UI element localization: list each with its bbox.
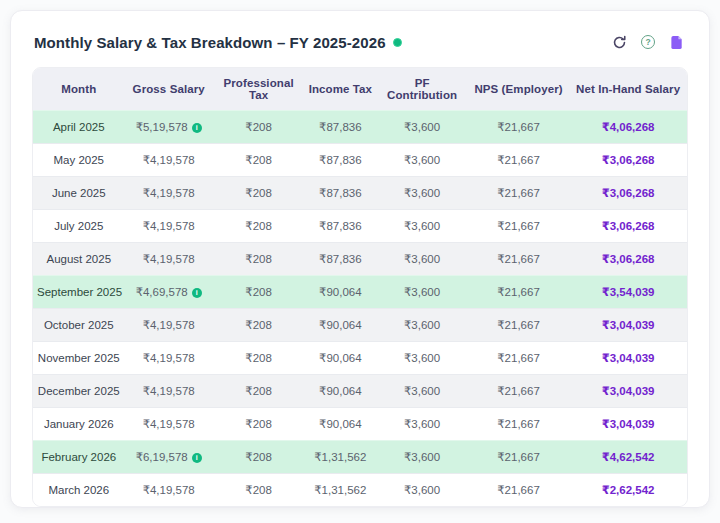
table-row: August 2025 ₹4,19,578i ₹208 ₹87,836 ₹3,6…	[33, 243, 687, 276]
month-cell: July 2025	[33, 210, 125, 243]
nps-employer-cell: ₹21,667	[468, 474, 569, 507]
gross-salary-cell: ₹4,19,578i	[125, 309, 213, 342]
gross-salary-cell: ₹4,69,578i	[125, 276, 213, 309]
gross-salary-value: ₹4,19,578	[143, 352, 195, 364]
nps-employer-cell: ₹21,667	[468, 309, 569, 342]
month-cell: September 2025	[33, 276, 125, 309]
card-header: Monthly Salary & Tax Breakdown – FY 2025…	[32, 31, 688, 51]
month-cell: November 2025	[33, 342, 125, 375]
income-tax-cell: ₹87,836	[304, 243, 376, 276]
salary-change-info-icon[interactable]: i	[192, 453, 202, 463]
income-tax-cell: ₹90,064	[304, 342, 376, 375]
gross-salary-value: ₹6,19,578	[136, 451, 188, 463]
column-header-net-in-hand: Net In-Hand Salary	[569, 68, 687, 111]
net-in-hand-cell: ₹2,62,542	[569, 474, 687, 507]
income-tax-cell: ₹90,064	[304, 276, 376, 309]
gross-salary-cell: ₹4,19,578i	[125, 177, 213, 210]
pf-contribution-cell: ₹3,600	[376, 243, 468, 276]
professional-tax-cell: ₹208	[213, 276, 305, 309]
title-group: Monthly Salary & Tax Breakdown – FY 2025…	[34, 34, 402, 51]
table-header-row: Month Gross Salary Professional Tax Inco…	[33, 68, 687, 111]
net-in-hand-cell: ₹3,04,039	[569, 375, 687, 408]
table-row: March 2026 ₹4,19,578i ₹208 ₹1,31,562 ₹3,…	[33, 474, 687, 507]
professional-tax-cell: ₹208	[213, 309, 305, 342]
net-in-hand-cell: ₹3,04,039	[569, 408, 687, 441]
export-document-button[interactable]	[668, 33, 686, 51]
column-header-professional-tax: Professional Tax	[213, 68, 305, 111]
salary-breakdown-card: Monthly Salary & Tax Breakdown – FY 2025…	[10, 10, 710, 508]
salary-table: Month Gross Salary Professional Tax Inco…	[33, 68, 687, 506]
income-tax-cell: ₹90,064	[304, 309, 376, 342]
help-icon: ?	[641, 35, 655, 49]
gross-salary-cell: ₹4,19,578i	[125, 243, 213, 276]
pf-contribution-cell: ₹3,600	[376, 309, 468, 342]
gross-salary-cell: ₹4,19,578i	[125, 474, 213, 507]
net-in-hand-cell: ₹3,06,268	[569, 210, 687, 243]
gross-salary-cell: ₹4,19,578i	[125, 408, 213, 441]
net-in-hand-cell: ₹3,06,268	[569, 177, 687, 210]
pf-contribution-cell: ₹3,600	[376, 210, 468, 243]
gross-salary-value: ₹5,19,578	[136, 121, 188, 133]
gross-salary-cell: ₹4,19,578i	[125, 144, 213, 177]
page-title: Monthly Salary & Tax Breakdown – FY 2025…	[34, 34, 386, 51]
table-row: February 2026 ₹6,19,578i ₹208 ₹1,31,562 …	[33, 441, 687, 474]
income-tax-cell: ₹87,836	[304, 177, 376, 210]
table-row: January 2026 ₹4,19,578i ₹208 ₹90,064 ₹3,…	[33, 408, 687, 441]
table-row: December 2025 ₹4,19,578i ₹208 ₹90,064 ₹3…	[33, 375, 687, 408]
professional-tax-cell: ₹208	[213, 441, 305, 474]
gross-salary-value: ₹4,19,578	[143, 154, 195, 166]
professional-tax-cell: ₹208	[213, 210, 305, 243]
refresh-button[interactable]	[610, 33, 628, 51]
income-tax-cell: ₹90,064	[304, 375, 376, 408]
professional-tax-cell: ₹208	[213, 408, 305, 441]
professional-tax-cell: ₹208	[213, 243, 305, 276]
salary-table-container: Month Gross Salary Professional Tax Inco…	[32, 67, 688, 507]
net-in-hand-cell: ₹4,06,268	[569, 111, 687, 144]
income-tax-cell: ₹1,31,562	[304, 441, 376, 474]
gross-salary-cell: ₹4,19,578i	[125, 210, 213, 243]
gross-salary-value: ₹4,19,578	[143, 220, 195, 232]
nps-employer-cell: ₹21,667	[468, 111, 569, 144]
pf-contribution-cell: ₹3,600	[376, 276, 468, 309]
month-cell: June 2025	[33, 177, 125, 210]
pf-contribution-cell: ₹3,600	[376, 144, 468, 177]
table-row: July 2025 ₹4,19,578i ₹208 ₹87,836 ₹3,600…	[33, 210, 687, 243]
professional-tax-cell: ₹208	[213, 375, 305, 408]
pf-contribution-cell: ₹3,600	[376, 441, 468, 474]
nps-employer-cell: ₹21,667	[468, 408, 569, 441]
income-tax-cell: ₹1,31,562	[304, 474, 376, 507]
salary-change-info-icon[interactable]: i	[192, 288, 202, 298]
pf-contribution-cell: ₹3,600	[376, 474, 468, 507]
pf-contribution-cell: ₹3,600	[376, 111, 468, 144]
column-header-gross-salary: Gross Salary	[125, 68, 213, 111]
month-cell: May 2025	[33, 144, 125, 177]
nps-employer-cell: ₹21,667	[468, 243, 569, 276]
gross-salary-value: ₹4,19,578	[143, 418, 195, 430]
column-header-nps-employer: NPS (Employer)	[468, 68, 569, 111]
net-in-hand-cell: ₹3,04,039	[569, 309, 687, 342]
gross-salary-cell: ₹4,19,578i	[125, 342, 213, 375]
gross-salary-value: ₹4,19,578	[143, 385, 195, 397]
income-tax-cell: ₹87,836	[304, 144, 376, 177]
table-row: November 2025 ₹4,19,578i ₹208 ₹90,064 ₹3…	[33, 342, 687, 375]
gross-salary-value: ₹4,19,578	[143, 319, 195, 331]
document-icon	[670, 35, 684, 50]
gross-salary-value: ₹4,19,578	[143, 253, 195, 265]
help-button[interactable]: ?	[639, 33, 657, 51]
month-cell: August 2025	[33, 243, 125, 276]
gross-salary-value: ₹4,19,578	[143, 187, 195, 199]
net-in-hand-cell: ₹3,54,039	[569, 276, 687, 309]
nps-employer-cell: ₹21,667	[468, 441, 569, 474]
month-cell: February 2026	[33, 441, 125, 474]
nps-employer-cell: ₹21,667	[468, 375, 569, 408]
column-header-month: Month	[33, 68, 125, 111]
salary-change-info-icon[interactable]: i	[192, 123, 202, 133]
nps-employer-cell: ₹21,667	[468, 210, 569, 243]
month-cell: March 2026	[33, 474, 125, 507]
pf-contribution-cell: ₹3,600	[376, 342, 468, 375]
pf-contribution-cell: ₹3,600	[376, 375, 468, 408]
column-header-income-tax: Income Tax	[304, 68, 376, 111]
gross-salary-value: ₹4,19,578	[143, 484, 195, 496]
pf-contribution-cell: ₹3,600	[376, 408, 468, 441]
income-tax-cell: ₹87,836	[304, 210, 376, 243]
